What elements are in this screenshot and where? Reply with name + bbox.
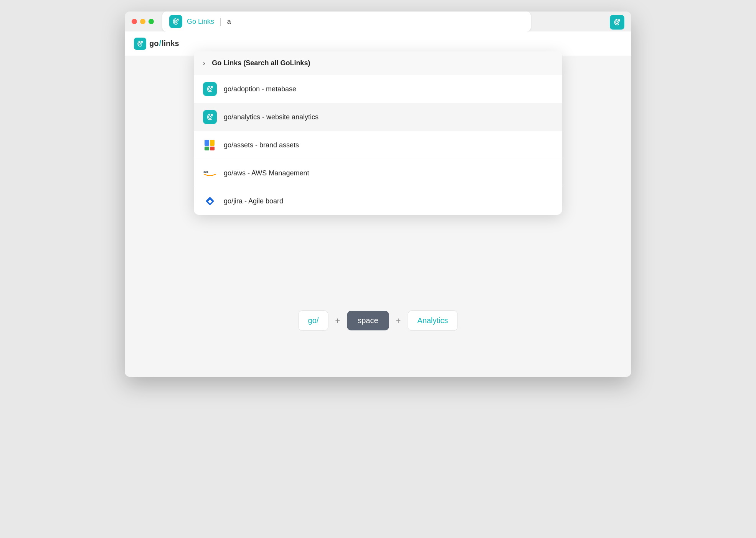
minimize-button[interactable] [140,19,145,24]
hint-plus-2: + [396,316,401,326]
dropdown-item-aws[interactable]: aws go/aws - AWS Management [194,159,562,187]
bottom-hint-bar: go/ + space + Analytics [299,310,458,331]
dropdown-item-aws-label: go/aws - AWS Management [224,169,309,177]
svg-rect-0 [205,140,209,146]
svg-rect-3 [210,147,215,150]
nav-logo: go/links [134,38,179,50]
title-bar: Go Links | a [125,12,631,31]
dropdown-item-jira-label: go/jira - Agile board [224,197,283,205]
golinks-icon-adoption [203,82,217,96]
dropdown-header-label: Go Links (Search all GoLinks) [212,59,310,67]
nav-logo-slash: / [159,39,161,48]
dropdown-item-analytics[interactable]: go/analytics - website analytics [194,103,562,131]
chevron-right-icon: › [203,60,205,67]
hint-space-label: space [358,316,378,325]
svg-text:◆: ◆ [208,198,212,204]
omnibar-search-text[interactable]: a [227,18,231,26]
omnibar-divider: | [220,17,222,26]
jira-icon: ◆ [203,194,217,208]
traffic-lights [132,19,154,24]
svg-text:aws: aws [203,170,208,173]
search-dropdown: › Go Links (Search all GoLinks) go/adopt… [194,51,562,215]
maximize-button[interactable] [149,19,154,24]
hint-analytics-pill: Analytics [408,310,457,331]
hint-go-label: go/ [308,316,319,325]
nav-logo-go: go [149,39,158,48]
omnibar-app-name: Go Links [187,18,214,26]
page-content: go/links › Go Links (Search all GoLinks) [125,31,631,377]
omnibar[interactable]: Go Links | a [162,12,531,31]
top-right-golinks-icon[interactable] [610,15,624,30]
google-docs-icon-assets [203,138,217,152]
browser-window: Go Links | a [125,12,631,377]
close-button[interactable] [132,19,137,24]
svg-rect-2 [205,147,209,150]
nav-logo-icon [134,38,146,50]
svg-rect-1 [210,140,215,146]
hint-go-pill: go/ [299,310,328,331]
dropdown-item-assets-label: go/assets - brand assets [224,141,299,149]
dropdown-item-adoption-label: go/adoption - metabase [224,85,296,93]
dropdown-header[interactable]: › Go Links (Search all GoLinks) [194,51,562,75]
dropdown-item-adoption[interactable]: go/adoption - metabase [194,75,562,103]
aws-icon: aws [203,166,217,180]
hint-analytics-label: Analytics [417,316,448,325]
hint-plus-1: + [335,316,340,326]
dropdown-item-assets[interactable]: go/assets - brand assets [194,131,562,159]
hint-space-pill: space [347,311,389,330]
nav-logo-text: go/links [149,39,179,48]
dropdown-item-analytics-label: go/analytics - website analytics [224,113,319,121]
dropdown-item-jira[interactable]: ◆ go/jira - Agile board [194,187,562,215]
omnibar-logo-icon [169,15,182,28]
nav-logo-links: links [162,39,179,48]
golinks-icon-analytics [203,110,217,124]
